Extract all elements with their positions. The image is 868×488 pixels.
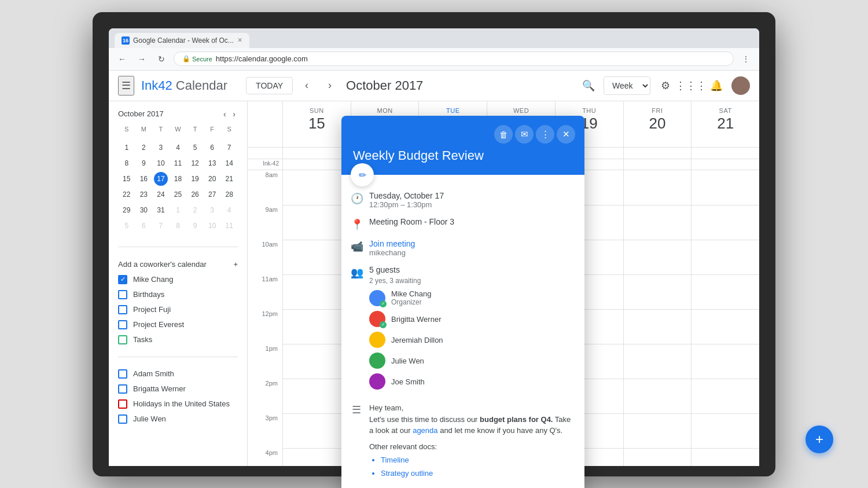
mini-cal-cell[interactable] — [170, 136, 187, 140]
create-event-fab[interactable]: + — [806, 425, 833, 453]
mini-cal-cell-nov5[interactable]: 5 — [118, 219, 135, 233]
cal-checkbox-brigatta[interactable] — [118, 384, 127, 394]
day-col-sun[interactable] — [282, 170, 351, 466]
mini-cal-cell-9[interactable]: 9 — [135, 156, 153, 171]
day-col-fri[interactable] — [623, 170, 692, 466]
mini-cal-cell[interactable] — [152, 136, 170, 140]
calendar-item-julie[interactable]: Julie Wen — [118, 412, 238, 427]
menu-button[interactable]: ☰ — [118, 76, 134, 96]
back-button[interactable]: ← — [115, 52, 130, 67]
cal-checkbox-tasks[interactable] — [118, 335, 127, 344]
mini-cal-cell-17-today[interactable]: 17 — [154, 172, 168, 186]
cal-checkbox-holidays[interactable] — [118, 399, 127, 409]
mini-cal-cell[interactable] — [186, 136, 204, 140]
mini-cal-cell-12[interactable]: 12 — [186, 156, 204, 171]
calendar-item-project-everest[interactable]: Project Everest — [118, 317, 238, 332]
mini-cal-cell-28[interactable]: 28 — [220, 188, 238, 202]
mini-cal-cell-20[interactable]: 20 — [204, 172, 221, 186]
mini-cal-cell-18[interactable]: 18 — [170, 172, 187, 186]
mini-cal-cell-27[interactable]: 27 — [204, 188, 221, 202]
new-tab-button[interactable] — [252, 34, 256, 48]
agenda-link[interactable]: agenda — [413, 426, 437, 435]
mini-cal-cell-23[interactable]: 23 — [135, 188, 153, 202]
mini-cal-cell-nov9[interactable]: 9 — [186, 219, 204, 233]
view-selector[interactable]: Week Day Month — [604, 76, 650, 95]
popup-email-button[interactable]: ✉ — [515, 125, 534, 144]
cal-checkbox-everest[interactable] — [118, 320, 127, 329]
mini-cal-cell-1[interactable]: 1 — [118, 141, 135, 155]
mini-cal-cell-24[interactable]: 24 — [152, 188, 170, 202]
popup-close-button[interactable]: ✕ — [557, 125, 575, 144]
mini-cal-cell[interactable] — [204, 136, 221, 140]
popup-edit-button[interactable]: ✏ — [351, 163, 374, 186]
settings-button[interactable]: ⚙ — [655, 75, 676, 96]
mini-cal-cell-3[interactable]: 3 — [152, 141, 170, 155]
mini-cal-cell-5[interactable]: 5 — [186, 141, 204, 155]
mini-cal-cell[interactable] — [118, 136, 135, 140]
today-button[interactable]: TODAY — [246, 77, 293, 94]
popup-join-label[interactable]: Join meeting — [369, 239, 575, 248]
forward-button[interactable]: → — [134, 52, 149, 67]
mini-cal-cell-nov3[interactable]: 3 — [204, 203, 221, 218]
cal-checkbox-fuji[interactable] — [118, 305, 127, 314]
mini-cal-cell-14[interactable]: 14 — [220, 156, 238, 171]
mini-cal-cell-nov7[interactable]: 7 — [152, 219, 170, 233]
calendar-item-adam[interactable]: Adam Smith — [118, 366, 238, 381]
mini-cal-cell-4[interactable]: 4 — [170, 141, 187, 155]
doc-strategy[interactable]: Strategy outline — [381, 468, 575, 479]
mini-cal-cell-16[interactable]: 16 — [135, 172, 153, 186]
calendar-item-tasks[interactable]: Tasks — [118, 332, 238, 347]
mini-cal-cell-22[interactable]: 22 — [118, 188, 135, 202]
mini-cal-cell-11[interactable]: 11 — [170, 156, 187, 171]
calendar-item-holidays[interactable]: Holidays in the United States — [118, 397, 238, 412]
tab-close-icon[interactable]: ✕ — [237, 36, 242, 44]
address-bar[interactable]: 🔒 Secure https://calendar.google.com — [174, 52, 734, 66]
mini-cal-cell-21[interactable]: 21 — [220, 172, 238, 186]
mini-cal-prev[interactable]: ‹ — [221, 108, 229, 120]
mini-cal-cell-13[interactable]: 13 — [204, 156, 221, 171]
refresh-button[interactable]: ↻ — [154, 52, 169, 67]
mini-cal-cell-26[interactable]: 26 — [186, 188, 204, 202]
mini-cal-cell-31[interactable]: 31 — [152, 203, 170, 218]
doc-timeline[interactable]: Timeline — [381, 454, 575, 466]
mini-cal-cell-10[interactable]: 10 — [152, 156, 170, 171]
popup-delete-button[interactable]: 🗑 — [494, 125, 513, 144]
add-coworker-row[interactable]: Add a coworker's calendar + — [118, 256, 238, 272]
mini-cal-cell-nov11[interactable]: 11 — [220, 219, 238, 233]
mini-cal-cell-7[interactable]: 7 — [220, 141, 238, 155]
calendar-item-project-fuji[interactable]: Project Fuji — [118, 302, 238, 317]
mini-cal-cell-nov10[interactable]: 10 — [204, 219, 221, 233]
calendar-item-birthdays[interactable]: Birthdays — [118, 287, 238, 302]
search-button[interactable]: 🔍 — [578, 75, 599, 96]
mini-cal-cell-19[interactable]: 19 — [186, 172, 204, 186]
mini-cal-cell-nov2[interactable]: 2 — [186, 203, 204, 218]
user-avatar[interactable] — [731, 76, 750, 95]
apps-button[interactable]: ⋮⋮⋮ — [681, 75, 701, 96]
mini-cal-cell-nov8[interactable]: 8 — [170, 219, 187, 233]
day-col-sat[interactable] — [691, 170, 759, 466]
next-week-button[interactable]: › — [321, 76, 339, 95]
mini-cal-cell[interactable] — [220, 136, 238, 140]
prev-week-button[interactable]: ‹ — [297, 76, 316, 95]
cal-checkbox-adam[interactable] — [118, 369, 127, 379]
mini-cal-cell-2[interactable]: 2 — [135, 141, 153, 155]
cal-checkbox-julie[interactable] — [118, 414, 127, 424]
mini-cal-cell-nov1[interactable]: 1 — [170, 203, 187, 218]
browser-tab[interactable]: 16 Google Calendar - Week of Oc... ✕ — [115, 33, 249, 48]
calendar-item-brigatta[interactable]: Brigatta Werner — [118, 381, 238, 397]
mini-cal-cell-25[interactable]: 25 — [170, 188, 187, 202]
mini-cal-cell-29[interactable]: 29 — [118, 203, 135, 218]
calendar-item-mike-chang[interactable]: ✓ Mike Chang — [118, 272, 238, 287]
mini-cal-cell-6[interactable]: 6 — [204, 141, 221, 155]
cal-checkbox-birthdays[interactable] — [118, 290, 127, 299]
mini-cal-cell-nov6[interactable]: 6 — [135, 219, 153, 233]
more-options-button[interactable]: ⋮ — [738, 52, 753, 67]
mini-cal-cell-15[interactable]: 15 — [118, 172, 135, 186]
mini-cal-cell-30[interactable]: 30 — [135, 203, 153, 218]
mini-cal-cell[interactable] — [135, 136, 153, 140]
cal-checkbox-mike[interactable]: ✓ — [118, 275, 127, 284]
mini-cal-cell-nov4[interactable]: 4 — [220, 203, 238, 218]
notifications-button[interactable]: 🔔 — [706, 75, 727, 96]
mini-cal-next[interactable]: › — [230, 108, 238, 120]
popup-more-button[interactable]: ⋮ — [536, 125, 554, 144]
